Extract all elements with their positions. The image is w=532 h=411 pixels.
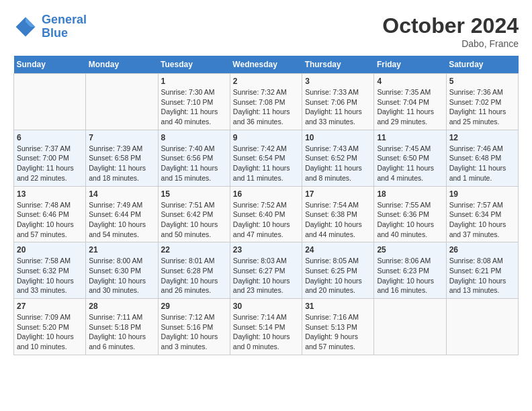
day-info: Sunrise: 8:06 AM Sunset: 6:23 PM Dayligh… [377,256,443,295]
calendar-week-row: 20Sunrise: 7:58 AM Sunset: 6:32 PM Dayli… [14,242,519,299]
day-number: 27 [17,302,83,311]
calendar-table: SundayMondayTuesdayWednesdayThursdayFrid… [13,56,519,355]
calendar-cell: 9Sunrise: 7:42 AM Sunset: 6:54 PM Daylig… [230,130,302,186]
day-number: 22 [161,245,227,255]
calendar-cell: 10Sunrise: 7:43 AM Sunset: 6:52 PM Dayli… [302,130,374,186]
day-number: 13 [17,189,83,199]
weekday-header-sunday: Sunday [14,56,86,74]
day-number: 11 [377,133,443,142]
day-number: 12 [449,133,515,142]
calendar-cell: 26Sunrise: 8:08 AM Sunset: 6:21 PM Dayli… [446,242,518,299]
calendar-cell: 11Sunrise: 7:45 AM Sunset: 6:50 PM Dayli… [374,130,446,186]
calendar-cell: 8Sunrise: 7:40 AM Sunset: 6:56 PM Daylig… [158,130,230,186]
day-info: Sunrise: 8:08 AM Sunset: 6:21 PM Dayligh… [449,256,515,295]
calendar-cell: 23Sunrise: 8:03 AM Sunset: 6:27 PM Dayli… [230,242,302,299]
day-number: 28 [89,302,154,311]
day-number: 25 [377,245,443,255]
logo-text: General Blue [42,13,87,40]
calendar-cell: 13Sunrise: 7:48 AM Sunset: 6:46 PM Dayli… [14,186,86,242]
day-info: Sunrise: 7:37 AM Sunset: 7:00 PM Dayligh… [17,144,83,183]
day-number: 21 [89,245,154,255]
weekday-header-thursday: Thursday [302,56,374,74]
day-number: 2 [233,77,299,86]
calendar-cell: 21Sunrise: 8:00 AM Sunset: 6:30 PM Dayli… [86,242,158,299]
calendar-cell: 19Sunrise: 7:57 AM Sunset: 6:34 PM Dayli… [446,186,518,242]
weekday-header-row: SundayMondayTuesdayWednesdayThursdayFrid… [14,56,519,74]
calendar-cell [86,74,158,130]
month-title: October 2024 [382,13,519,38]
calendar-cell: 5Sunrise: 7:36 AM Sunset: 7:02 PM Daylig… [446,74,518,130]
calendar-cell: 2Sunrise: 7:32 AM Sunset: 7:08 PM Daylig… [230,74,302,130]
day-info: Sunrise: 8:05 AM Sunset: 6:25 PM Dayligh… [305,256,371,295]
day-number: 10 [305,133,371,142]
calendar-cell: 6Sunrise: 7:37 AM Sunset: 7:00 PM Daylig… [14,130,86,186]
day-info: Sunrise: 7:40 AM Sunset: 6:56 PM Dayligh… [161,144,227,183]
day-info: Sunrise: 7:45 AM Sunset: 6:50 PM Dayligh… [377,144,443,183]
calendar-cell [446,299,518,355]
day-number: 8 [161,133,227,142]
day-number: 14 [89,189,154,199]
day-number: 6 [17,133,83,142]
calendar-cell: 25Sunrise: 8:06 AM Sunset: 6:23 PM Dayli… [374,242,446,299]
day-info: Sunrise: 7:30 AM Sunset: 7:10 PM Dayligh… [161,87,227,127]
day-info: Sunrise: 7:49 AM Sunset: 6:44 PM Dayligh… [89,200,154,240]
calendar-cell: 1Sunrise: 7:30 AM Sunset: 7:10 PM Daylig… [158,74,230,130]
calendar-cell: 17Sunrise: 7:54 AM Sunset: 6:38 PM Dayli… [302,186,374,242]
day-info: Sunrise: 7:43 AM Sunset: 6:52 PM Dayligh… [305,144,371,183]
calendar-cell: 12Sunrise: 7:46 AM Sunset: 6:48 PM Dayli… [446,130,518,186]
calendar-cell: 16Sunrise: 7:52 AM Sunset: 6:40 PM Dayli… [230,186,302,242]
day-info: Sunrise: 7:54 AM Sunset: 6:38 PM Dayligh… [305,200,371,240]
day-number: 29 [161,302,227,311]
day-number: 3 [305,77,371,86]
calendar-cell: 30Sunrise: 7:14 AM Sunset: 5:14 PM Dayli… [230,299,302,355]
calendar-cell: 22Sunrise: 8:01 AM Sunset: 6:28 PM Dayli… [158,242,230,299]
day-info: Sunrise: 7:16 AM Sunset: 5:13 PM Dayligh… [305,312,371,352]
day-info: Sunrise: 8:00 AM Sunset: 6:30 PM Dayligh… [89,256,154,295]
logo-line2: Blue [42,26,68,40]
day-info: Sunrise: 7:09 AM Sunset: 5:20 PM Dayligh… [17,312,83,352]
weekday-header-saturday: Saturday [446,56,518,74]
day-number: 17 [305,189,371,199]
day-number: 15 [161,189,227,199]
calendar-cell: 29Sunrise: 7:12 AM Sunset: 5:16 PM Dayli… [158,299,230,355]
day-number: 19 [449,189,515,199]
day-number: 4 [377,77,443,86]
calendar-cell: 24Sunrise: 8:05 AM Sunset: 6:25 PM Dayli… [302,242,374,299]
calendar-cell: 20Sunrise: 7:58 AM Sunset: 6:32 PM Dayli… [14,242,86,299]
day-info: Sunrise: 7:33 AM Sunset: 7:06 PM Dayligh… [305,87,371,127]
calendar-cell: 3Sunrise: 7:33 AM Sunset: 7:06 PM Daylig… [302,74,374,130]
day-number: 31 [305,302,371,311]
day-info: Sunrise: 7:35 AM Sunset: 7:04 PM Dayligh… [377,87,443,127]
calendar-week-row: 1Sunrise: 7:30 AM Sunset: 7:10 PM Daylig… [14,74,519,130]
weekday-header-wednesday: Wednesday [230,56,302,74]
weekday-header-monday: Monday [86,56,158,74]
day-info: Sunrise: 7:48 AM Sunset: 6:46 PM Dayligh… [17,200,83,240]
title-section: October 2024 Dabo, France [382,13,519,49]
day-number: 9 [233,133,299,142]
calendar-cell: 14Sunrise: 7:49 AM Sunset: 6:44 PM Dayli… [86,186,158,242]
day-number: 7 [89,133,154,142]
page-header: General Blue October 2024 Dabo, France [13,13,519,49]
day-info: Sunrise: 7:36 AM Sunset: 7:02 PM Dayligh… [449,87,515,127]
calendar-cell: 18Sunrise: 7:55 AM Sunset: 6:36 PM Dayli… [374,186,446,242]
calendar-cell [14,74,86,130]
calendar-cell: 28Sunrise: 7:11 AM Sunset: 5:18 PM Dayli… [86,299,158,355]
day-info: Sunrise: 7:42 AM Sunset: 6:54 PM Dayligh… [233,144,299,183]
calendar-cell: 15Sunrise: 7:51 AM Sunset: 6:42 PM Dayli… [158,186,230,242]
location: Dabo, France [382,38,519,49]
day-number: 23 [233,245,299,255]
day-number: 24 [305,245,371,255]
day-info: Sunrise: 7:11 AM Sunset: 5:18 PM Dayligh… [89,312,154,352]
calendar-cell [374,299,446,355]
day-number: 20 [17,245,83,255]
calendar-cell: 27Sunrise: 7:09 AM Sunset: 5:20 PM Dayli… [14,299,86,355]
day-info: Sunrise: 7:14 AM Sunset: 5:14 PM Dayligh… [233,312,299,352]
day-number: 1 [161,77,227,86]
logo: General Blue [13,13,87,40]
day-info: Sunrise: 7:46 AM Sunset: 6:48 PM Dayligh… [449,144,515,183]
calendar-week-row: 6Sunrise: 7:37 AM Sunset: 7:00 PM Daylig… [14,130,519,186]
calendar-week-row: 27Sunrise: 7:09 AM Sunset: 5:20 PM Dayli… [14,299,519,355]
calendar-cell: 4Sunrise: 7:35 AM Sunset: 7:04 PM Daylig… [374,74,446,130]
weekday-header-tuesday: Tuesday [158,56,230,74]
day-info: Sunrise: 7:12 AM Sunset: 5:16 PM Dayligh… [161,312,227,352]
